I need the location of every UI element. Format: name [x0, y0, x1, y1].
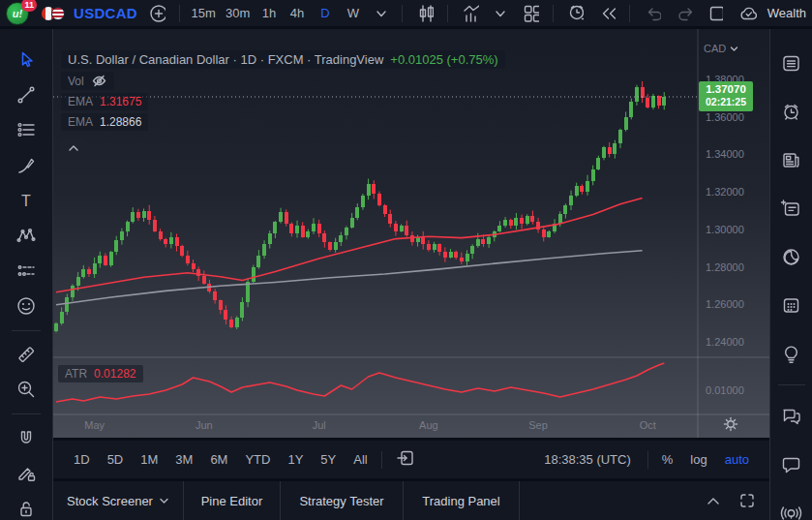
text-tool-button[interactable]: T: [10, 189, 43, 211]
toolbar-divider: [12, 330, 41, 331]
legend-title: U.S. Dollar / Canadian Dollar · 1D · FXC…: [68, 52, 383, 67]
alert-add-button[interactable]: [563, 2, 588, 25]
range-all-button[interactable]: All: [346, 449, 374, 470]
toolbar-divider: [647, 451, 648, 469]
magnet-tool-button[interactable]: [10, 427, 43, 449]
emoji-tool-button[interactable]: [10, 294, 43, 317]
interval-1w-button[interactable]: W: [343, 2, 364, 25]
broker-logo[interactable]: u! 11: [6, 1, 35, 26]
tab-trading-panel[interactable]: Trading Panel: [404, 481, 520, 520]
chart-pane[interactable]: 1.380001.360001.340001.320001.300001.280…: [53, 29, 769, 438]
range-1y-button[interactable]: 1Y: [281, 449, 310, 470]
forecast-tool-button[interactable]: [10, 260, 43, 282]
alerts-button[interactable]: [775, 101, 808, 123]
pattern-tool-button[interactable]: [10, 225, 43, 247]
brush-tool-button[interactable]: [10, 154, 43, 176]
interval-30m-button[interactable]: 30m: [224, 2, 252, 25]
tab-strategy-tester[interactable]: Strategy Tester: [281, 481, 404, 520]
range-5y-button[interactable]: 5Y: [314, 449, 343, 470]
atr-legend-row[interactable]: ATR 0.01282: [58, 365, 143, 382]
cloud-save-button[interactable]: [734, 2, 761, 25]
broadcast-icon: [780, 502, 802, 520]
public-chats-button[interactable]: [775, 405, 808, 427]
indicators-icon: [462, 3, 479, 24]
eye-hidden-icon[interactable]: [91, 74, 107, 88]
chevron-down-icon: [375, 7, 388, 20]
interval-4h-button[interactable]: 4h: [286, 2, 308, 25]
indicators-menu-button[interactable]: [490, 2, 511, 25]
session-clock[interactable]: 18:38:35 (UTC): [544, 452, 631, 467]
indicators-button[interactable]: [458, 2, 483, 25]
cursor-tool-button[interactable]: [10, 48, 43, 71]
ema-fast-legend-row[interactable]: EMA 1.31675: [61, 93, 148, 110]
collapse-legend-button[interactable]: [61, 139, 86, 157]
hotlists-button[interactable]: [775, 246, 808, 268]
zoom-in-tool-button[interactable]: [10, 379, 43, 401]
cloud-save-label[interactable]: Wealth: [767, 6, 806, 20]
range-1m-button[interactable]: 1M: [134, 449, 165, 470]
chat-bubble-icon: [780, 453, 802, 475]
interval-15m-button[interactable]: 15m: [190, 2, 218, 25]
symbol-button[interactable]: USDCAD: [74, 5, 137, 21]
redo-arrow-icon: [676, 3, 693, 24]
measure-tool-button[interactable]: [10, 344, 43, 366]
toolbar-divider: [629, 5, 630, 22]
popup-window-button[interactable]: [704, 2, 727, 25]
redo-button[interactable]: [672, 2, 697, 25]
trend-line-icon: [15, 84, 37, 106]
last-price-badge[interactable]: 1.37070 02:21:25: [699, 81, 753, 111]
log-scale-button[interactable]: log: [683, 449, 713, 470]
tab-label: Pine Editor: [201, 494, 263, 508]
symbol-legend-row[interactable]: U.S. Dollar / Canadian Dollar · 1D · FXC…: [61, 50, 505, 69]
range-1d-button[interactable]: 1D: [67, 449, 97, 470]
layout-grid-button[interactable]: [518, 2, 543, 25]
compare-add-button[interactable]: [144, 2, 169, 25]
ema-slow-legend-row[interactable]: EMA 1.28866: [61, 113, 148, 131]
atr-value: 0.01282: [94, 367, 135, 381]
ideas-button[interactable]: [775, 343, 808, 365]
svg-text:T: T: [21, 192, 31, 208]
ema-slow-label: EMA: [68, 115, 93, 129]
horizontal-lines-icon: [15, 119, 37, 140]
interval-1d-button[interactable]: D: [315, 2, 336, 25]
newspaper-icon: [780, 149, 802, 171]
calendar-button[interactable]: [775, 294, 808, 317]
fullscreen-button[interactable]: [738, 492, 756, 509]
go-to-date-button[interactable]: [389, 445, 422, 474]
watchlist-button[interactable]: [775, 52, 808, 75]
streams-button[interactable]: [775, 502, 808, 520]
private-chat-button[interactable]: [775, 453, 808, 475]
smiley-icon: [15, 295, 37, 317]
svg-text:1.32000: 1.32000: [706, 186, 744, 198]
svg-text:1.36000: 1.36000: [706, 111, 744, 123]
svg-text:1.26000: 1.26000: [706, 298, 744, 310]
trend-line-tool-button[interactable]: [10, 83, 43, 106]
lock-drawings-button[interactable]: [10, 498, 43, 520]
volume-legend-row[interactable]: Vol: [61, 72, 114, 90]
range-ytd-button[interactable]: YTD: [238, 449, 277, 470]
percent-scale-button[interactable]: %: [655, 449, 680, 470]
price-scale-currency[interactable]: CAD: [704, 43, 738, 54]
range-3m-button[interactable]: 3M: [168, 449, 199, 470]
undo-button[interactable]: [640, 2, 665, 25]
padlock-icon: [15, 498, 37, 519]
range-5d-button[interactable]: 5D: [101, 449, 131, 470]
fib-lines-tool-button[interactable]: [10, 119, 43, 141]
stay-in-drawing-mode-button[interactable]: [10, 462, 43, 484]
chart-type-button[interactable]: [412, 2, 437, 25]
tab-pine-editor[interactable]: Pine Editor: [184, 481, 281, 520]
bar-replay-button[interactable]: [594, 2, 619, 25]
interval-1h-button[interactable]: 1h: [258, 2, 280, 25]
tab-stock-screener[interactable]: Stock Screener: [53, 481, 184, 520]
data-window-button[interactable]: [775, 198, 808, 220]
text-icon: T: [15, 190, 37, 211]
panel-expand-button[interactable]: [706, 496, 721, 505]
us-flag-icon: [51, 7, 65, 20]
auto-scale-button[interactable]: auto: [718, 449, 756, 470]
plus-circle-icon: [148, 3, 165, 24]
interval-menu-button[interactable]: [371, 2, 392, 25]
news-button[interactable]: [775, 149, 808, 171]
range-6m-button[interactable]: 6M: [203, 449, 234, 470]
main-area: T: [0, 29, 812, 520]
time-axis-settings-button[interactable]: [723, 416, 738, 436]
